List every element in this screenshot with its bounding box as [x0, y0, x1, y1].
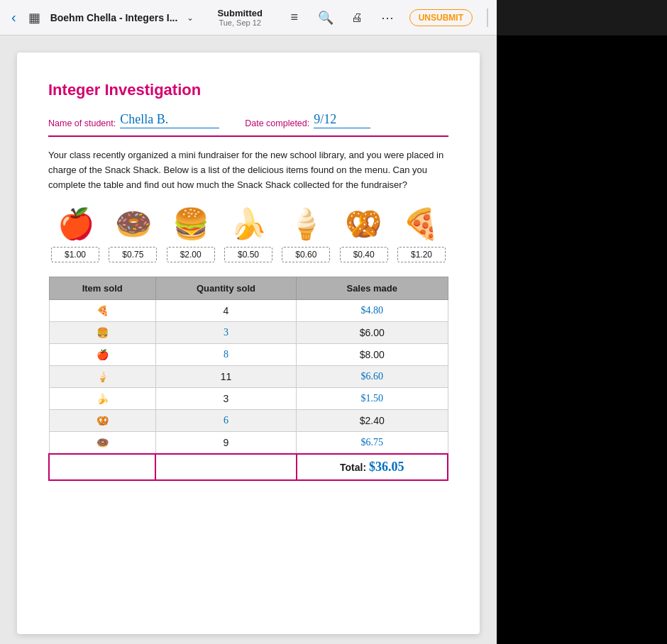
item-icon: 🍎 [49, 344, 155, 366]
total-row: Total: $36.05 [49, 454, 448, 480]
student-name-label: Name of student: [48, 118, 116, 128]
sales-table: Item sold Quantity sold Sales made 🍕 4 $… [48, 277, 448, 481]
item-icon: 🍔 [49, 322, 155, 344]
more-button[interactable]: ⋯ [378, 8, 398, 28]
quantity-cell: 3 [155, 388, 296, 410]
total-value: $36.05 [369, 460, 404, 474]
quantity-cell: 8 [155, 344, 296, 366]
table-row: 🍕 4 $4.80 [49, 300, 448, 322]
quantity-cell: 6 [155, 410, 296, 432]
toolbar: ‹ ▦ Boehm Chella - Integers I... ⌄ Submi… [0, 0, 497, 35]
list-button[interactable]: ≡ [285, 8, 304, 28]
student-name-value: Chella B. [120, 112, 219, 128]
table-header-row: Item sold Quantity sold Sales made [49, 277, 448, 300]
table-row: 🥨 6 $2.40 [49, 410, 448, 432]
item-icon: 🍕 [49, 300, 155, 322]
submitted-label: Submitted [217, 8, 263, 18]
submitted-date: Tue, Sep 12 [219, 18, 261, 27]
document-title: Boehm Chella - Integers I... [50, 12, 178, 23]
back-button[interactable]: ‹ [9, 8, 19, 27]
total-empty-cell [49, 454, 155, 480]
table-row: 🍦 11 $6.60 [49, 366, 448, 388]
total-empty-cell2 [155, 454, 296, 480]
student-info-row: Name of student: Chella B. Date complete… [48, 112, 448, 128]
table-row: 🍩 9 $6.75 [49, 432, 448, 455]
price-tag-pretzel: $0.40 [340, 247, 388, 262]
food-icon-pizza: 🍕 [396, 206, 446, 241]
divider [48, 135, 448, 137]
search-button[interactable]: 🔍 [316, 8, 336, 28]
food-icons-row: 🍎 🍩 🍔 🍌 🍦 🥨 🍕 [48, 206, 448, 241]
sidebar-icon: ▦ [28, 10, 40, 26]
table-row: 🍌 3 $1.50 [49, 388, 448, 410]
print-button[interactable]: 🖨 [347, 8, 367, 28]
total-label: Total: [340, 462, 366, 473]
table-row: 🍔 3 $6.00 [49, 322, 448, 344]
price-tag-icecream: $0.60 [282, 247, 330, 262]
sidebar-toggle-button[interactable]: ▦ [25, 8, 45, 28]
price-tag-apple: $1.00 [51, 247, 99, 262]
col-header-quantity: Quantity sold [155, 277, 296, 300]
sales-cell: $2.40 [297, 410, 448, 432]
price-tag-burger: $2.00 [167, 247, 215, 262]
unsubmit-button[interactable]: UNSUBMIT [409, 9, 473, 26]
side-panel [497, 35, 667, 644]
back-icon: ‹ [11, 9, 16, 25]
toolbar-divider [487, 9, 488, 27]
price-tag-banana: $0.50 [224, 247, 272, 262]
quantity-cell: 11 [155, 366, 296, 388]
item-icon: 🍦 [49, 366, 155, 388]
document-panel: Integer Investigation Name of student: C… [0, 35, 497, 644]
food-icon-pretzel: 🥨 [338, 206, 388, 241]
price-tag-pizza: $1.20 [397, 247, 446, 262]
food-icon-apple: 🍎 [51, 206, 101, 241]
item-icon: 🍌 [49, 388, 155, 410]
sales-cell: $6.75 [297, 432, 448, 455]
food-icon-donut: 🍩 [109, 206, 158, 241]
food-icon-icecream: 🍦 [281, 206, 331, 241]
quantity-cell: 9 [155, 432, 296, 455]
price-tag-donut: $0.75 [109, 247, 157, 262]
col-header-item: Item sold [49, 277, 155, 300]
col-header-sales: Sales made [297, 277, 448, 300]
sales-cell: $6.60 [297, 366, 448, 388]
date-label: Date completed: [245, 118, 309, 128]
date-value: 9/12 [314, 112, 370, 128]
food-icon-banana: 🍌 [224, 206, 273, 241]
quantity-cell: 3 [155, 322, 296, 344]
description-text: Your class recently organized a mini fun… [48, 148, 448, 192]
title-dropdown-button[interactable]: ⌄ [180, 8, 200, 28]
sales-cell: $4.80 [297, 300, 448, 322]
main-area: Integer Investigation Name of student: C… [0, 35, 667, 644]
sales-cell: $6.00 [297, 322, 448, 344]
item-icon: 🥨 [49, 410, 155, 432]
item-icon: 🍩 [49, 432, 155, 455]
quantity-cell: 4 [155, 300, 296, 322]
total-cell: Total: $36.05 [297, 454, 448, 480]
page: Integer Investigation Name of student: C… [17, 52, 480, 634]
toolbar-icons: ≡ 🔍 🖨 ⋯ UNSUBMIT [285, 8, 488, 28]
title-group: Boehm Chella - Integers I... ⌄ [50, 8, 201, 28]
submission-status-group: Submitted Tue, Sep 12 [217, 8, 263, 27]
price-tags-row: $1.00 $0.75 $2.00 $0.50 $0.60 $0.40 $1.2… [48, 247, 448, 262]
sales-cell: $8.00 [297, 344, 448, 366]
food-icon-burger: 🍔 [166, 206, 216, 241]
sales-cell: $1.50 [297, 388, 448, 410]
document-title-heading: Integer Investigation [48, 81, 448, 99]
table-row: 🍎 8 $8.00 [49, 344, 448, 366]
